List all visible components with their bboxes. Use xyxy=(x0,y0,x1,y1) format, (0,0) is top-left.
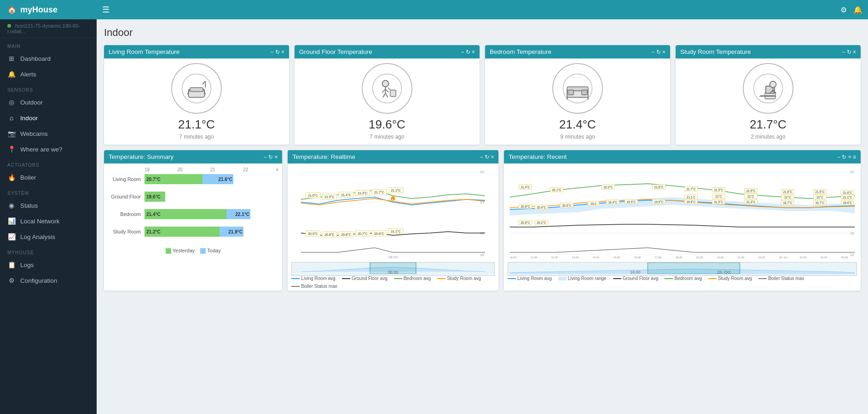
study-room-temp-widget: Study Room Temperature − ↻ × 21.7°C 2 mi… xyxy=(676,45,861,145)
bar-label: Ground Floor xyxy=(108,194,145,199)
sidebar-item-where[interactable]: 📍Where are we? xyxy=(0,141,97,157)
svg-text:22:00: 22:00 xyxy=(758,256,766,259)
study-room-temp-controls[interactable]: − ↻ × xyxy=(842,49,856,55)
svg-line-15 xyxy=(388,87,390,90)
sidebar: 🏠 myHouse host221-75-dynamic.180-80-r.re… xyxy=(0,0,97,414)
host-label: host221-75-dynamic.180-80-r.retail... xyxy=(0,19,97,38)
sidebar-section-label: SENSORS xyxy=(0,82,97,94)
sidebar-item-alerts[interactable]: 🔔Alerts xyxy=(0,66,97,82)
realtime-header: Temperature: Realtime − ↻ × xyxy=(288,150,498,163)
svg-text:19.5°C: 19.5°C xyxy=(654,200,664,204)
menu-icon[interactable]: ☰ xyxy=(102,5,110,15)
svg-text:15:00: 15:00 xyxy=(613,256,621,259)
sidebar-label-logs: Logs xyxy=(20,262,34,268)
study-room-temp-temp: 21.7°C xyxy=(750,117,787,132)
bedroom-temp-time: 9 minutes ago xyxy=(560,134,595,140)
sidebar-label-where: Where are we? xyxy=(20,146,63,153)
svg-line-11 xyxy=(386,89,389,93)
svg-text:20.6: 20.6 xyxy=(590,202,596,205)
content-area: Indoor Living Room Temperature − ↻ × 21.… xyxy=(97,19,868,414)
svg-line-12 xyxy=(383,93,385,98)
svg-text:19:00: 19:00 xyxy=(696,256,704,259)
rc-legend-boiler-status-max: Boiler Status max xyxy=(758,276,804,281)
study-room-temp-body: 21.7°C 2 minutes ago xyxy=(676,58,861,145)
sidebar-item-configuration[interactable]: ⚙Configuration xyxy=(0,273,97,288)
sidebar-item-webcams[interactable]: 📷Webcams xyxy=(0,126,97,141)
ground-floor-temp-time: 7 minutes ago xyxy=(370,134,404,140)
alerts-icon[interactable]: 🔔 xyxy=(853,6,862,14)
sidebar-label-dashboard: Dashboard xyxy=(20,55,51,62)
sidebar-section-label: SYSTEM xyxy=(0,185,97,198)
svg-rect-19 xyxy=(568,90,573,95)
svg-text:21.3°C: 21.3°C xyxy=(746,200,756,204)
svg-text:19: 19 xyxy=(851,253,854,257)
sidebar-section-label: ACTUATORS xyxy=(0,157,97,169)
main-area: ☰ ⚙ 🔔 Indoor Living Room Temperature − ↻… xyxy=(97,0,868,414)
sidebar-section-label: MAIN xyxy=(0,38,97,51)
sidebar-label-alerts: Alerts xyxy=(20,71,36,78)
svg-text:21.1°C: 21.1°C xyxy=(843,196,852,199)
bar-label: Study Room xyxy=(108,229,145,234)
indoor-icon: ⌂ xyxy=(7,114,16,122)
sidebar-item-logs[interactable]: 📋Logs xyxy=(0,257,97,273)
svg-text:21.5°C: 21.5°C xyxy=(325,195,335,198)
settings-icon[interactable]: ⚙ xyxy=(840,6,847,14)
svg-text:21.6°C: 21.6°C xyxy=(654,186,664,189)
ground-floor-temp-controls[interactable]: − ↻ × xyxy=(461,49,475,55)
bedroom-temp-controls[interactable]: − ↻ × xyxy=(651,49,665,55)
sidebar-item-dashboard[interactable]: ⊞Dashboard xyxy=(0,51,97,66)
svg-rect-20 xyxy=(582,90,587,95)
svg-rect-2 xyxy=(190,87,203,92)
sidebar-label-indoor: Indoor xyxy=(20,115,38,122)
summary-controls[interactable]: − ↻ × xyxy=(264,154,278,160)
svg-text:20.8°C: 20.8°C xyxy=(521,205,530,208)
svg-line-5 xyxy=(203,81,205,84)
sidebar-item-status[interactable]: ◉Status xyxy=(0,198,97,213)
sidebar-item-indoor[interactable]: ⌂Indoor xyxy=(0,110,97,126)
svg-text:21.6°C: 21.6°C xyxy=(308,194,318,197)
svg-text:21°C: 21°C xyxy=(715,195,722,198)
svg-text:20.5°C: 20.5°C xyxy=(562,204,572,207)
study-room-temp-time: 2 minutes ago xyxy=(751,134,785,140)
svg-text:11:00: 11:00 xyxy=(531,256,538,259)
living-room-temp-controls[interactable]: − ↻ × xyxy=(270,49,284,55)
sidebar-item-outdoor[interactable]: ◎Outdoor xyxy=(0,94,97,110)
sidebar-item-boiler[interactable]: 🔥Boiler xyxy=(0,169,97,185)
summary-row-living-room: Living Room 20.7°C 21.6°C xyxy=(108,174,278,184)
svg-text:19.6°C: 19.6°C xyxy=(687,200,696,204)
realtime-controls[interactable]: − ↻ × xyxy=(480,154,494,160)
sidebar-label-loganalysis: Log Analysis xyxy=(20,233,55,240)
rt-legend-bedroom-avg: Bedroom avg xyxy=(394,276,431,281)
svg-text:19: 19 xyxy=(480,253,484,257)
svg-text:20.7°C: 20.7°C xyxy=(358,232,368,235)
svg-text:21.1°C: 21.1°C xyxy=(391,189,401,192)
sidebar-section-label: MYHOUSE xyxy=(0,245,97,257)
recent-nav-svg xyxy=(508,262,856,274)
svg-text:21.5°C: 21.5°C xyxy=(714,188,723,192)
svg-point-7 xyxy=(373,74,402,103)
bar-today: 21.6°C xyxy=(203,174,233,184)
living-room-temp-header: Living Room Temperature − ↻ × xyxy=(104,45,289,58)
webcams-icon: 📷 xyxy=(7,130,16,137)
recent-chart-svg: 22 21 20 19 xyxy=(508,167,857,259)
svg-text:10:00: 10:00 xyxy=(510,256,517,259)
sidebar-item-localnetwork[interactable]: 📊Local Network xyxy=(0,213,97,229)
svg-text:21.4°C: 21.4°C xyxy=(521,186,530,189)
charts-row: Temperature: Summary − ↻ × 19 20 21 22 ≡… xyxy=(104,150,861,291)
ground-floor-temp-widget: Ground Floor Temperature − ↻ × 19.6°C 7 … xyxy=(295,45,480,145)
sidebar-item-loganalysis[interactable]: 📈Log Analysis xyxy=(0,229,97,245)
svg-text:18:00: 18:00 xyxy=(676,256,683,259)
sidebar-label-localnetwork: Local Network xyxy=(20,218,60,225)
sidebar-label-status: Status xyxy=(20,202,38,209)
summary-axis: 19 20 21 22 ≡ xyxy=(108,167,278,174)
rc-legend-bedroom-avg: Bedroom avg xyxy=(665,276,701,281)
recent-controls[interactable]: − ↻ × ≡ xyxy=(837,154,856,160)
topbar-left: ☰ xyxy=(102,5,110,15)
svg-text:🔥: 🔥 xyxy=(391,197,395,201)
svg-text:21°C: 21°C xyxy=(784,196,791,199)
svg-text:20.2°C: 20.2°C xyxy=(537,221,546,224)
bar-label: Living Room xyxy=(108,176,145,182)
summary-header: Temperature: Summary − ↻ × xyxy=(104,150,282,163)
svg-point-8 xyxy=(382,81,389,87)
svg-text:20.4°C: 20.4°C xyxy=(537,206,546,209)
